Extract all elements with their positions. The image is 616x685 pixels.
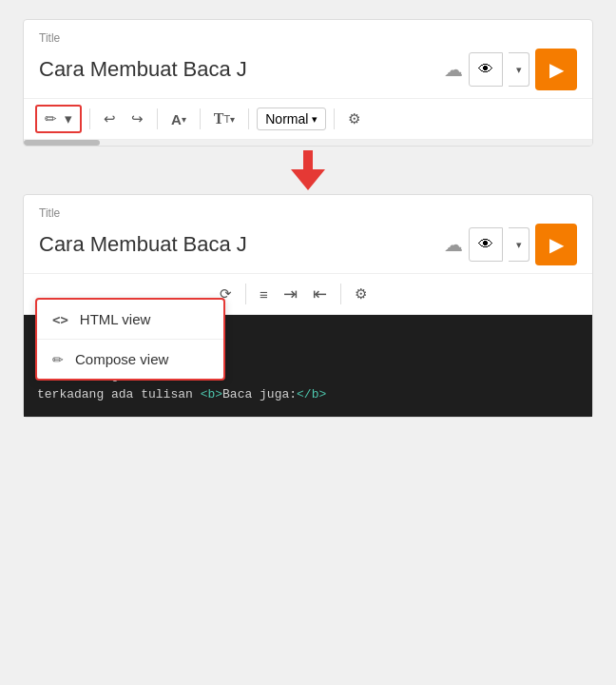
edit-mode-button-highlighted[interactable]: ✏ ▾ (35, 105, 82, 133)
text-size-chevron-icon: ▾ (230, 114, 235, 125)
settings-button-2[interactable]: ⚙ (349, 282, 373, 306)
pencil-icon: ✏ (45, 110, 57, 127)
toolbar-1: ✏ ▾ ↩ ↪ A ▾ T T ▾ Normal ▾ (24, 99, 592, 140)
preview-dropdown-button[interactable]: ▾ (509, 52, 529, 87)
chevron-down-icon-2: ▾ (516, 239, 522, 251)
gear-icon-2: ⚙ (355, 285, 367, 303)
panel-2-header: Title Cara Membuat Baca J ☁ 👁 ▾ ▶ (24, 195, 592, 274)
pencil-button[interactable]: ✏ (41, 108, 61, 129)
header-actions-2: ☁ 👁 ▾ ▶ (444, 224, 577, 265)
undo-button[interactable]: ↩ (98, 107, 122, 131)
title-text: Cara Membuat Baca J (39, 57, 444, 82)
font-button[interactable]: A ▾ (165, 108, 192, 131)
preview-dropdown-button-2[interactable]: ▾ (509, 227, 529, 262)
redo-icon: ↪ (131, 110, 144, 127)
panel-2: Title Cara Membuat Baca J ☁ 👁 ▾ ▶ ⟳ (23, 194, 593, 418)
compose-view-icon: ✏ (52, 352, 64, 367)
code-line-4: terkadang ada tulisan <b>Baca juga:</b> (37, 385, 579, 405)
arrow-head (291, 169, 325, 190)
separator-5 (334, 108, 335, 129)
panel-1: Title Cara Membuat Baca J ☁ 👁 ▾ ▶ ✏ (23, 19, 593, 147)
align-icon: ≡ (260, 286, 268, 303)
scrollbar-thumb[interactable] (24, 140, 100, 146)
cloud-icon-2: ☁ (444, 233, 463, 256)
redo-button[interactable]: ↪ (125, 107, 149, 131)
chevron-down-icon: ▾ (65, 110, 72, 127)
paragraph-style-chevron-icon: ▾ (312, 113, 318, 126)
indent-icon: ⇥ (283, 284, 298, 304)
down-arrow (291, 150, 325, 190)
title-row-2: Cara Membuat Baca J ☁ 👁 ▾ ▶ (39, 224, 577, 265)
title-label: Title (39, 31, 577, 45)
cloud-icon: ☁ (444, 58, 463, 81)
publish-icon: ▶ (549, 58, 564, 81)
tb2-sep-1 (245, 284, 246, 304)
eye-icon-2: 👁 (478, 236, 493, 253)
compose-view-label: Compose view (75, 351, 168, 367)
eye-icon: 👁 (478, 61, 493, 78)
panel-1-header: Title Cara Membuat Baca J ☁ 👁 ▾ ▶ (24, 20, 592, 99)
chevron-down-icon: ▾ (516, 64, 522, 76)
header-actions: ☁ 👁 ▾ ▶ (444, 49, 577, 90)
tb2-sep-2 (340, 284, 341, 304)
outdent-icon: ⇤ (313, 284, 327, 304)
separator-3 (200, 108, 201, 129)
paragraph-style-label: Normal (265, 111, 308, 127)
preview-button-2[interactable]: 👁 (469, 227, 503, 262)
publish-icon-2: ▶ (549, 233, 564, 256)
html-view-menu-item[interactable]: <> HTML view (37, 300, 223, 339)
edit-mode-dropdown-menu[interactable]: <> HTML view ✏ Compose view (35, 298, 225, 381)
scrollbar-area (24, 140, 592, 146)
title-label-2: Title (39, 206, 577, 220)
paragraph-style-dropdown[interactable]: Normal ▾ (257, 108, 326, 130)
text-size-button[interactable]: T T ▾ (208, 107, 241, 131)
separator-2 (157, 108, 158, 129)
separator-4 (248, 108, 249, 129)
arrow-shaft (303, 150, 313, 169)
settings-button[interactable]: ⚙ (342, 107, 366, 131)
outdent-button[interactable]: ⇤ (307, 280, 333, 308)
align-button[interactable]: ≡ (254, 283, 274, 306)
arrow-indicator (23, 147, 593, 194)
font-chevron-icon: ▾ (182, 114, 186, 125)
edit-dropdown-button[interactable]: ▾ (61, 108, 76, 129)
html-view-icon: <> (52, 312, 68, 327)
indent-button[interactable]: ⇥ (278, 280, 303, 308)
compose-view-menu-item[interactable]: ✏ Compose view (37, 340, 223, 379)
html-view-label: HTML view (80, 311, 150, 327)
font-icon: A (171, 111, 182, 127)
text-size-icon: T (214, 110, 224, 127)
publish-button[interactable]: ▶ (535, 49, 577, 90)
text-size-t-icon: T (224, 113, 231, 125)
separator-1 (89, 108, 90, 129)
preview-button[interactable]: 👁 (469, 52, 503, 87)
gear-icon: ⚙ (348, 110, 360, 127)
title-text-2: Cara Membuat Baca J (39, 232, 444, 257)
publish-button-2[interactable]: ▶ (535, 224, 577, 265)
undo-icon: ↩ (104, 110, 116, 127)
title-row: Cara Membuat Baca J ☁ 👁 ▾ ▶ (39, 49, 577, 90)
